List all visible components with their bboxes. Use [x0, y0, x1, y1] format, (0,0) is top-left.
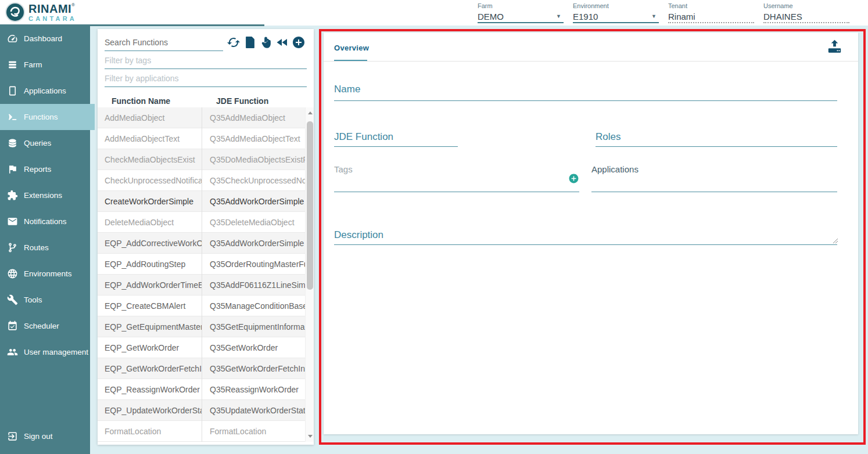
tab-overview[interactable]: Overview — [334, 33, 369, 62]
table-row[interactable]: EQP_GetWorkOrderFetchInQ35GetWorkOrderFe… — [98, 358, 305, 379]
sidebar-item-user-management[interactable]: User management — [0, 339, 90, 365]
cell-function-name: EQP_AddCorrectiveWorkOr — [98, 239, 202, 248]
cell-function-name: EQP_AddWorkOrderTimeEn — [98, 280, 202, 290]
export-excel-icon[interactable] — [242, 34, 258, 51]
header-field-username[interactable]: UsernameDHAINES — [763, 2, 849, 23]
sidebar-item-routes[interactable]: Routes — [0, 235, 90, 261]
add-tag-icon[interactable] — [568, 173, 579, 184]
applications-field-label: Applications — [591, 164, 639, 174]
cell-function-name: EQP_UpdateWorkOrderSta — [98, 406, 202, 415]
table-row[interactable]: EQP_GetWorkOrderQ35GetWorkOrder — [98, 337, 305, 358]
table-row[interactable]: DeleteMediaObjectQ35DeleteMediaObject — [98, 212, 305, 233]
sidebar-item-environments[interactable]: Environments — [0, 261, 90, 287]
routes-icon — [6, 242, 18, 254]
sidebar-item-label: Applications — [24, 87, 66, 95]
table-row[interactable]: EQP_AddWorkOrderTimeEnQ35AddF06116Z1Line… — [98, 275, 305, 296]
cell-jde-function: Q35AddWorkOrderSimple — [202, 191, 305, 212]
rewind-icon[interactable] — [274, 34, 290, 51]
textarea-resize-handle[interactable] — [833, 238, 838, 244]
sync-icon[interactable] — [225, 34, 242, 51]
header-accent-bar — [0, 24, 264, 26]
sidebar-item-label: Functions — [24, 113, 58, 121]
table-row[interactable]: EQP_CreateCBMAlertQ35ManageConditionBase — [98, 296, 305, 316]
sidebar-item-queries[interactable]: Queries — [0, 130, 90, 156]
scroll-up-arrow-icon[interactable] — [306, 109, 314, 117]
table-row[interactable]: AddMediaObjectTextQ35AddMediaObjectText — [98, 128, 305, 149]
header-field-farm[interactable]: FarmDEMO▼ — [478, 2, 564, 23]
environments-icon — [6, 268, 18, 280]
filter-by-tags-input[interactable] — [105, 52, 307, 69]
function-detail-card: Overview Name JDE Function — [324, 33, 858, 434]
sidebar-item-tools[interactable]: Tools — [0, 287, 90, 313]
table-row[interactable]: EQP_GetEquipmentMasterQ35GetEquipmentInf… — [98, 316, 305, 337]
name-field-label: Name — [334, 84, 837, 95]
scheduler-icon — [6, 320, 18, 332]
sidebar-item-notifications[interactable]: Notifications — [0, 208, 90, 235]
chevron-down-icon: ▼ — [651, 13, 657, 19]
cell-function-name: AddMediaObject — [98, 113, 202, 122]
table-row[interactable]: EQP_AddRoutingStepQ35OrderRoutingMasterF… — [98, 254, 305, 275]
table-row[interactable]: AddMediaObjectQ35AddMediaObject — [98, 107, 305, 128]
sidebar-item-label: Extensions — [24, 191, 62, 200]
extensions-icon — [6, 190, 18, 201]
header-context-fields: FarmDEMO▼EnvironmentE1910▼TenantRinamiUs… — [478, 2, 849, 23]
cell-function-name: EQP_AddRoutingStep — [98, 260, 202, 269]
field-value: E1910 — [573, 12, 598, 21]
table-row[interactable]: EQP_UpdateWorkOrderStaQ35UpdateWorkOrder… — [98, 400, 305, 421]
add-icon[interactable] — [290, 34, 307, 51]
description-field-label: Description — [334, 229, 837, 241]
tab-active-indicator — [334, 60, 367, 61]
header-field-environment[interactable]: EnvironmentE1910▼ — [573, 2, 659, 23]
scroll-down-arrow-icon[interactable] — [306, 432, 314, 441]
sidebar-item-reports[interactable]: Reports — [0, 156, 90, 182]
sidebar-item-dashboard[interactable]: Dashboard — [0, 26, 90, 52]
sidebar-item-farm[interactable]: Farm — [0, 52, 90, 78]
table-row[interactable]: EQP_AddCorrectiveWorkOrQ35AddWorkOrderSi… — [98, 233, 305, 254]
cell-function-name: FormatLocation — [98, 427, 202, 436]
column-header-function-name: Function Name — [105, 96, 209, 106]
cell-function-name: AddMediaObjectText — [98, 134, 202, 143]
functions-list-panel: Function Name JDE Function AddMediaObjec… — [98, 29, 314, 445]
tags-input[interactable]: Tags — [334, 164, 579, 192]
cell-function-name: DeleteMediaObject — [98, 218, 202, 227]
sidebar-item-applications[interactable]: Applications — [0, 78, 90, 104]
field-value: Rinami — [668, 12, 695, 21]
functions-toolbar — [225, 34, 307, 51]
cell-function-name: EQP_GetEquipmentMaster — [98, 322, 202, 332]
sidebar-item-label: Routes — [24, 243, 49, 252]
brand-name: RINAMI — [28, 2, 71, 15]
app-header: RINAMI® CANTARA FarmDEMO▼EnvironmentE191… — [0, 0, 868, 26]
name-input[interactable] — [334, 100, 837, 101]
sidebar-item-sign-out[interactable]: Sign out — [0, 423, 90, 449]
sidebar-item-extensions[interactable]: Extensions — [0, 182, 90, 208]
description-textarea[interactable] — [334, 244, 837, 245]
applications-input[interactable]: Applications — [591, 164, 837, 192]
cell-jde-function: FormatLocation — [202, 421, 305, 442]
upload-icon[interactable] — [826, 39, 843, 56]
scrollbar-thumb[interactable] — [307, 121, 313, 290]
cell-jde-function: Q35GetEquipmentInforma — [202, 316, 305, 337]
sidebar-item-functions[interactable]: Functions — [0, 104, 95, 130]
table-row[interactable]: CheckMediaObjectsExistQ35DoMediaObjectsE… — [98, 149, 305, 170]
cell-function-name: CheckUnprocessedNotifica — [98, 176, 202, 185]
search-functions-input[interactable] — [105, 34, 223, 51]
field-label: Tenant — [668, 2, 754, 9]
roles-input[interactable] — [596, 146, 837, 147]
cell-jde-function: Q35CheckUnprocessedNot — [202, 170, 305, 191]
table-row[interactable]: FormatLocationFormatLocation — [98, 421, 305, 442]
user-management-icon — [6, 347, 18, 358]
field-label: Username — [763, 2, 849, 9]
tags-field-label: Tags — [334, 164, 353, 174]
rinami-logo-icon — [5, 2, 26, 23]
table-row[interactable]: CreateWorkOrderSimpleQ35AddWorkOrderSimp… — [98, 191, 305, 212]
sidebar-item-scheduler[interactable]: Scheduler — [0, 313, 90, 339]
dashboard-icon — [6, 33, 18, 45]
filter-by-applications-input[interactable] — [105, 70, 307, 87]
hand-pointer-icon[interactable] — [258, 34, 274, 51]
table-row[interactable]: CheckUnprocessedNotificaQ35CheckUnproces… — [98, 170, 305, 191]
farm-icon — [6, 59, 18, 71]
table-row[interactable]: EQP_ReassignWorkOrderQ35ReassignWorkOrde… — [98, 379, 305, 400]
header-field-tenant[interactable]: TenantRinami — [668, 2, 754, 23]
table-scrollbar[interactable] — [305, 107, 314, 442]
jde-function-input[interactable] — [334, 146, 458, 147]
